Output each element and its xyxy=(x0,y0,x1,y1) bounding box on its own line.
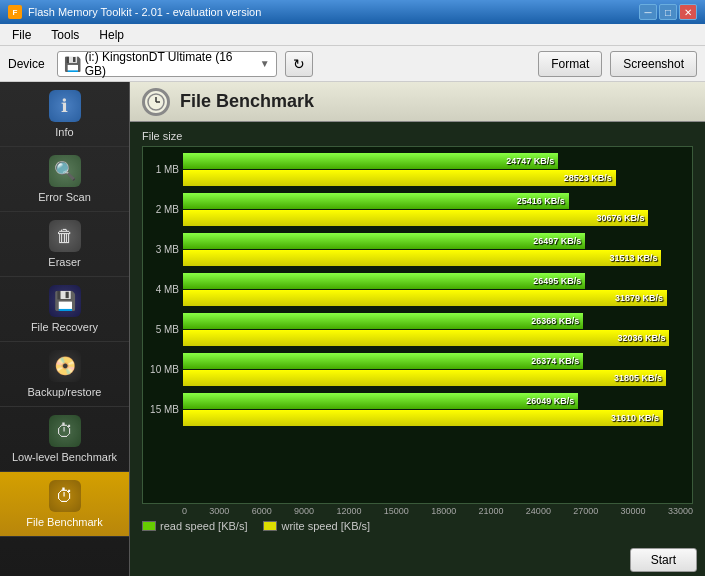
read-bar-outer: 25416 KB/s xyxy=(183,193,684,209)
read-bar-outer: 24747 KB/s xyxy=(183,153,684,169)
write-bar-fill: 28523 KB/s xyxy=(183,170,616,186)
bar-group: 24747 KB/s28523 KB/s xyxy=(183,153,684,186)
bar-row: 1 MB24747 KB/s28523 KB/s xyxy=(183,153,684,186)
chart-container: 1 MB24747 KB/s28523 KB/s2 MB25416 KB/s30… xyxy=(142,146,693,504)
sidebar-item-eraser[interactable]: 🗑 Eraser xyxy=(0,212,129,277)
write-bar-fill: 32036 KB/s xyxy=(183,330,669,346)
start-button[interactable]: Start xyxy=(630,548,697,572)
write-bar-outer: 28523 KB/s xyxy=(183,170,684,186)
write-bar-outer: 31610 KB/s xyxy=(183,410,684,426)
menu-help[interactable]: Help xyxy=(95,26,128,44)
write-bar-value: 32036 KB/s xyxy=(617,333,665,343)
maximize-button[interactable]: □ xyxy=(659,4,677,20)
bar-label: 10 MB xyxy=(145,364,179,375)
legend-read-label: read speed [KB/s] xyxy=(160,520,247,532)
info-icon: ℹ xyxy=(49,90,81,122)
bar-label: 5 MB xyxy=(145,324,179,335)
menu-bar: File Tools Help xyxy=(0,24,705,46)
read-bar-outer: 26497 KB/s xyxy=(183,233,684,249)
x-axis-label: 3000 xyxy=(209,506,229,516)
sidebar-label-file-benchmark: File Benchmark xyxy=(26,516,102,528)
sidebar-label-lowlevel: Low-level Benchmark xyxy=(12,451,117,463)
write-bar-value: 28523 KB/s xyxy=(564,173,612,183)
sidebar-item-backup-restore[interactable]: 📀 Backup/restore xyxy=(0,342,129,407)
device-name: (i:) KingstonDT Ultimate (16 GB) xyxy=(85,50,256,78)
sidebar: ℹ Info 🔍 Error Scan 🗑 Eraser 💾 File Reco… xyxy=(0,82,130,576)
file-size-label: File size xyxy=(142,130,693,142)
write-bar-outer: 32036 KB/s xyxy=(183,330,684,346)
read-bar-value: 25416 KB/s xyxy=(517,196,565,206)
sidebar-item-file-recovery[interactable]: 💾 File Recovery xyxy=(0,277,129,342)
read-bar-fill: 26368 KB/s xyxy=(183,313,583,329)
dropdown-arrow-icon: ▼ xyxy=(260,58,270,69)
content-header: File Benchmark xyxy=(130,82,705,122)
write-bar-fill: 31610 KB/s xyxy=(183,410,663,426)
bar-row: 5 MB26368 KB/s32036 KB/s xyxy=(183,313,684,346)
minimize-button[interactable]: ─ xyxy=(639,4,657,20)
bar-row: 3 MB26497 KB/s31513 KB/s xyxy=(183,233,684,266)
device-label: Device xyxy=(8,57,45,71)
x-axis-label: 15000 xyxy=(384,506,409,516)
screenshot-button[interactable]: Screenshot xyxy=(610,51,697,77)
x-axis-label: 21000 xyxy=(479,506,504,516)
read-bar-value: 26374 KB/s xyxy=(531,356,579,366)
file-recovery-icon: 💾 xyxy=(49,285,81,317)
read-bar-fill: 24747 KB/s xyxy=(183,153,558,169)
refresh-icon: ↻ xyxy=(293,56,305,72)
menu-file[interactable]: File xyxy=(8,26,35,44)
main-content: ℹ Info 🔍 Error Scan 🗑 Eraser 💾 File Reco… xyxy=(0,82,705,576)
legend-write-color xyxy=(263,521,277,531)
bar-row: 15 MB26049 KB/s31610 KB/s xyxy=(183,393,684,426)
bar-group: 26049 KB/s31610 KB/s xyxy=(183,393,684,426)
read-bar-value: 26497 KB/s xyxy=(533,236,581,246)
lowlevel-icon: ⏱ xyxy=(49,415,81,447)
sidebar-item-lowlevel[interactable]: ⏱ Low-level Benchmark xyxy=(0,407,129,472)
clock-icon xyxy=(142,88,170,116)
read-bar-fill: 26049 KB/s xyxy=(183,393,578,409)
window-controls: ─ □ ✕ xyxy=(639,4,697,20)
x-axis-label: 0 xyxy=(182,506,187,516)
x-axis-label: 6000 xyxy=(252,506,272,516)
toolbar: Device 💾 (i:) KingstonDT Ultimate (16 GB… xyxy=(0,46,705,82)
bar-group: 26495 KB/s31879 KB/s xyxy=(183,273,684,306)
refresh-button[interactable]: ↻ xyxy=(285,51,313,77)
read-bar-outer: 26049 KB/s xyxy=(183,393,684,409)
device-dropdown[interactable]: 💾 (i:) KingstonDT Ultimate (16 GB) ▼ xyxy=(57,51,277,77)
file-benchmark-icon: ⏱ xyxy=(49,480,81,512)
bar-label: 4 MB xyxy=(145,284,179,295)
format-button[interactable]: Format xyxy=(538,51,602,77)
eraser-icon: 🗑 xyxy=(49,220,81,252)
sidebar-item-info[interactable]: ℹ Info xyxy=(0,82,129,147)
read-bar-value: 26368 KB/s xyxy=(531,316,579,326)
read-bar-value: 26495 KB/s xyxy=(533,276,581,286)
menu-tools[interactable]: Tools xyxy=(47,26,83,44)
write-bar-fill: 31805 KB/s xyxy=(183,370,666,386)
read-bar-fill: 25416 KB/s xyxy=(183,193,569,209)
x-axis: 0300060009000120001500018000210002400027… xyxy=(142,506,693,516)
sidebar-item-error-scan[interactable]: 🔍 Error Scan xyxy=(0,147,129,212)
bar-label: 2 MB xyxy=(145,204,179,215)
read-bar-fill: 26495 KB/s xyxy=(183,273,585,289)
bar-group: 25416 KB/s30676 KB/s xyxy=(183,193,684,226)
sidebar-item-file-benchmark[interactable]: ⏱ File Benchmark xyxy=(0,472,129,537)
bar-group: 26368 KB/s32036 KB/s xyxy=(183,313,684,346)
read-bar-outer: 26368 KB/s xyxy=(183,313,684,329)
write-bar-outer: 31879 KB/s xyxy=(183,290,684,306)
content-title: File Benchmark xyxy=(180,91,314,112)
read-bar-fill: 26374 KB/s xyxy=(183,353,583,369)
content-area: File Benchmark File size 1 MB24747 KB/s2… xyxy=(130,82,705,576)
x-axis-label: 9000 xyxy=(294,506,314,516)
bar-label: 3 MB xyxy=(145,244,179,255)
read-bar-fill: 26497 KB/s xyxy=(183,233,585,249)
write-bar-value: 31879 KB/s xyxy=(615,293,663,303)
x-axis-label: 24000 xyxy=(526,506,551,516)
write-bar-value: 31805 KB/s xyxy=(614,373,662,383)
bar-label: 15 MB xyxy=(145,404,179,415)
legend-read-color xyxy=(142,521,156,531)
x-axis-label: 12000 xyxy=(336,506,361,516)
bar-row: 2 MB25416 KB/s30676 KB/s xyxy=(183,193,684,226)
legend: read speed [KB/s] write speed [KB/s] xyxy=(142,516,693,536)
close-button[interactable]: ✕ xyxy=(679,4,697,20)
app-icon: F xyxy=(8,5,22,19)
sidebar-label-error-scan: Error Scan xyxy=(38,191,91,203)
